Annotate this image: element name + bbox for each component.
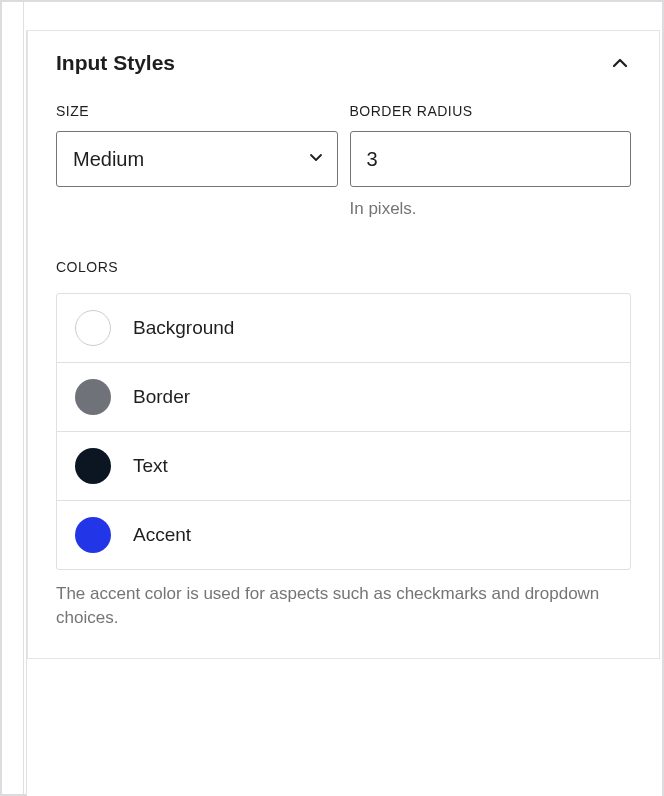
color-label: Accent bbox=[133, 524, 191, 546]
section-title: Input Styles bbox=[56, 51, 175, 75]
size-label: SIZE bbox=[56, 103, 338, 119]
border-radius-input[interactable] bbox=[350, 131, 632, 187]
colors-label: COLORS bbox=[56, 259, 631, 275]
color-label: Border bbox=[133, 386, 190, 408]
color-row-background[interactable]: Background bbox=[57, 294, 630, 363]
swatch-text bbox=[75, 448, 111, 484]
color-row-text[interactable]: Text bbox=[57, 432, 630, 501]
size-select[interactable]: Medium bbox=[56, 131, 338, 187]
swatch-accent bbox=[75, 517, 111, 553]
color-row-border[interactable]: Border bbox=[57, 363, 630, 432]
section-header-input-styles[interactable]: Input Styles bbox=[28, 30, 659, 83]
border-radius-label: BORDER RADIUS bbox=[350, 103, 632, 119]
chevron-up-icon[interactable] bbox=[609, 52, 631, 74]
border-radius-help: In pixels. bbox=[350, 199, 632, 219]
swatch-background bbox=[75, 310, 111, 346]
colors-help: The accent color is used for aspects suc… bbox=[56, 582, 631, 630]
color-row-accent[interactable]: Accent bbox=[57, 501, 630, 569]
left-rail bbox=[2, 2, 24, 794]
swatch-border bbox=[75, 379, 111, 415]
settings-panel: Input Styles SIZE Medium bbox=[26, 30, 662, 796]
color-label: Background bbox=[133, 317, 234, 339]
color-label: Text bbox=[133, 455, 168, 477]
color-list: Background Border Text Accent bbox=[56, 293, 631, 570]
